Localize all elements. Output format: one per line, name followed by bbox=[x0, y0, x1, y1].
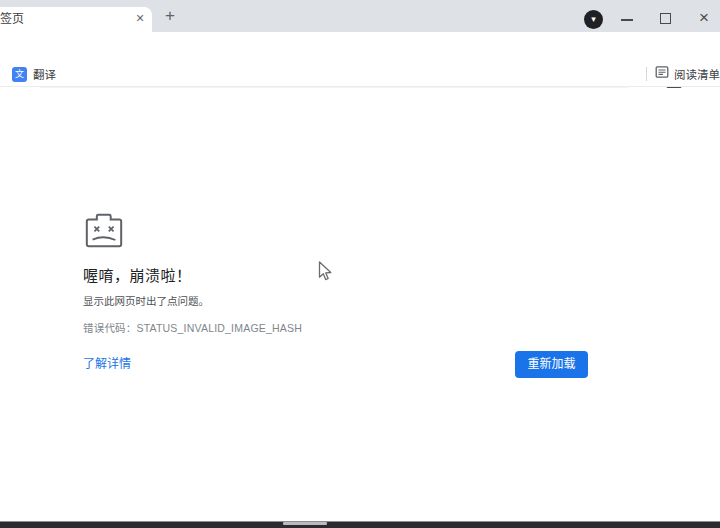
translate-icon: 文 bbox=[12, 67, 27, 82]
bookmark-translate[interactable]: 文 翻译 bbox=[8, 64, 60, 84]
error-message: 显示此网页时出了点问题。 bbox=[83, 293, 209, 308]
tab-strip: 新标签页 × + ▾ × bbox=[0, 0, 720, 32]
reload-page-button[interactable]: 重新加载 bbox=[515, 351, 588, 378]
taskbar-edge bbox=[0, 521, 720, 528]
sad-folder-icon bbox=[83, 209, 125, 255]
active-tab[interactable]: 新标签页 × bbox=[0, 7, 152, 32]
bookmarks-divider bbox=[646, 67, 647, 81]
reading-list-label: 阅读清单 bbox=[674, 66, 720, 82]
bookmark-label: 翻译 bbox=[33, 66, 56, 82]
learn-more-link[interactable]: 了解详情 bbox=[83, 354, 131, 371]
minimize-icon[interactable] bbox=[621, 19, 633, 21]
error-code: 错误代码：STATUS_INVALID_IMAGE_HASH bbox=[83, 320, 302, 335]
maximize-icon[interactable] bbox=[660, 13, 671, 24]
tab-close-icon[interactable]: × bbox=[131, 10, 149, 28]
mouse-cursor-icon bbox=[318, 261, 333, 287]
browser-window: 新标签页 × + ▾ × bbox=[0, 0, 720, 528]
bookmarks-bar: 文 翻译 阅读清单 bbox=[0, 62, 720, 87]
browser-toolbar bbox=[0, 32, 720, 62]
tab-title: 新标签页 bbox=[0, 7, 126, 32]
error-page: 喔唷，崩溃啦！ 显示此网页时出了点问题。 错误代码：STATUS_INVALID… bbox=[0, 88, 720, 520]
chrome-update-icon[interactable]: ▾ bbox=[584, 10, 603, 29]
taskbar-peek bbox=[283, 522, 327, 525]
reading-list-button[interactable]: 阅读清单 bbox=[653, 64, 720, 84]
reading-list-icon bbox=[655, 65, 669, 83]
close-window-icon[interactable]: × bbox=[694, 8, 714, 28]
new-tab-icon[interactable]: + bbox=[160, 6, 180, 26]
error-title: 喔唷，崩溃啦！ bbox=[83, 264, 192, 285]
